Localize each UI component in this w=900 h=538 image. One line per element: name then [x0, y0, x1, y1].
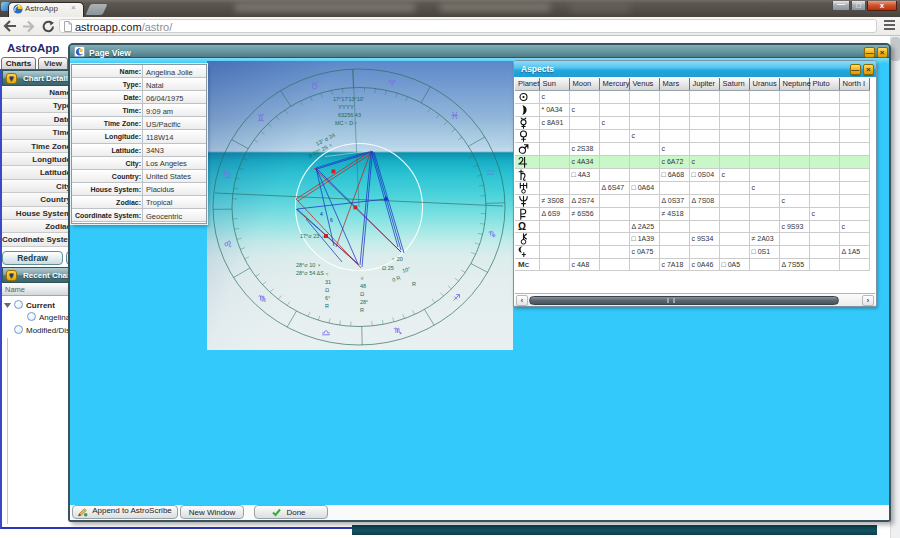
svg-text:ΥΥΥΥ: ΥΥΥΥ	[338, 104, 354, 110]
svg-text:6°: 6°	[325, 295, 330, 301]
svg-text:17°17'13°10': 17°17'13°10'	[333, 96, 364, 102]
svg-text:R: R	[325, 303, 329, 309]
svg-text:28°: 28°	[360, 299, 368, 305]
svg-text:17°σ 23 ♄: 17°σ 23 ♄	[300, 233, 325, 239]
svg-text:♅: ♅	[360, 275, 364, 281]
svg-text:0 R: 0 R	[391, 274, 401, 283]
svg-text:MC♃ D♂: MC♃ D♂	[335, 120, 357, 126]
svg-text:6: 6	[330, 217, 333, 223]
svg-text:♆: ♆	[325, 271, 329, 277]
svg-text:28°σ 10 ♀: 28°σ 10 ♀	[296, 262, 321, 268]
svg-text:4: 4	[320, 211, 323, 217]
svg-text:R: R	[360, 307, 364, 313]
svg-text:31: 31	[325, 279, 331, 285]
svg-text:28°σ 54 ΔS: 28°σ 54 ΔS	[296, 270, 324, 276]
svg-text:63256 43: 63256 43	[338, 112, 361, 118]
svg-text:Ω: Ω	[325, 287, 329, 293]
svg-text:Ω 25: Ω 25	[382, 265, 394, 271]
svg-text:R: R	[412, 281, 416, 287]
svg-text:Ω: Ω	[360, 291, 364, 297]
svg-text:♆ 20: ♆ 20	[391, 256, 403, 262]
svg-text:48: 48	[360, 283, 366, 289]
svg-text:10°: 10°	[401, 265, 411, 273]
